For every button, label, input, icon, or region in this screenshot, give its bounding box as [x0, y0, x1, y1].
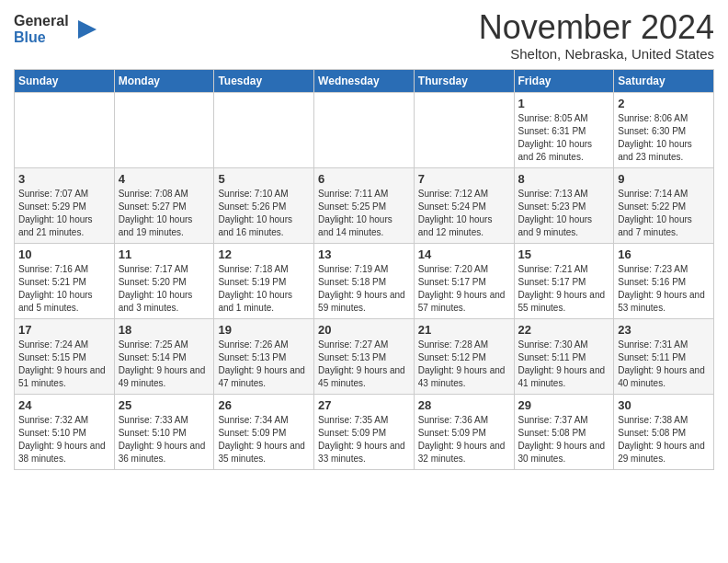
day-number: 6: [318, 172, 410, 186]
day-number: 3: [18, 172, 110, 186]
day-number: 1: [518, 97, 610, 110]
calendar-cell: 29Sunrise: 7:37 AM Sunset: 5:08 PM Dayli…: [514, 394, 614, 469]
month-title: November 2024: [479, 9, 714, 46]
calendar-cell: 15Sunrise: 7:21 AM Sunset: 5:17 PM Dayli…: [514, 243, 614, 318]
day-number: 21: [418, 323, 510, 337]
calendar-week-row: 3Sunrise: 7:07 AM Sunset: 5:29 PM Daylig…: [15, 167, 714, 243]
day-number: 27: [318, 398, 410, 412]
day-info: Sunrise: 8:06 AM Sunset: 6:30 PM Dayligh…: [618, 112, 710, 164]
day-number: 26: [218, 398, 310, 412]
day-number: 4: [119, 172, 210, 186]
calendar-cell: 21Sunrise: 7:28 AM Sunset: 5:12 PM Dayli…: [414, 318, 514, 394]
day-info: Sunrise: 7:21 AM Sunset: 5:17 PM Dayligh…: [518, 263, 610, 315]
calendar-cell: 6Sunrise: 7:11 AM Sunset: 5:25 PM Daylig…: [314, 167, 415, 243]
day-number: 5: [218, 172, 310, 186]
title-block: November 2024 Shelton, Nebraska, United …: [479, 9, 714, 62]
day-number: 8: [518, 172, 610, 186]
svg-marker-0: [78, 20, 97, 39]
logo-general-text: General: [14, 13, 69, 29]
calendar-cell: 16Sunrise: 7:23 AM Sunset: 5:16 PM Dayli…: [614, 243, 714, 318]
day-info: Sunrise: 7:30 AM Sunset: 5:11 PM Dayligh…: [518, 339, 610, 390]
calendar-week-row: 17Sunrise: 7:24 AM Sunset: 5:15 PM Dayli…: [15, 318, 714, 394]
column-header-sunday: Sunday: [15, 69, 115, 92]
day-number: 28: [418, 398, 510, 412]
day-number: 7: [418, 172, 510, 186]
calendar-cell: 24Sunrise: 7:32 AM Sunset: 5:10 PM Dayli…: [15, 394, 115, 469]
calendar-header-row: SundayMondayTuesdayWednesdayThursdayFrid…: [15, 69, 714, 92]
calendar-cell: 9Sunrise: 7:14 AM Sunset: 5:22 PM Daylig…: [614, 167, 714, 243]
logo: General Blue: [14, 13, 98, 45]
calendar-cell: 4Sunrise: 7:08 AM Sunset: 5:27 PM Daylig…: [114, 167, 214, 243]
day-info: Sunrise: 7:33 AM Sunset: 5:10 PM Dayligh…: [119, 414, 210, 465]
column-header-saturday: Saturday: [614, 69, 714, 92]
day-number: 12: [218, 247, 310, 261]
calendar-cell: 10Sunrise: 7:16 AM Sunset: 5:21 PM Dayli…: [15, 243, 115, 318]
calendar-cell: 5Sunrise: 7:10 AM Sunset: 5:26 PM Daylig…: [214, 167, 314, 243]
column-header-wednesday: Wednesday: [314, 69, 415, 92]
column-header-friday: Friday: [514, 69, 614, 92]
day-info: Sunrise: 7:18 AM Sunset: 5:19 PM Dayligh…: [218, 263, 310, 315]
calendar-cell: 18Sunrise: 7:25 AM Sunset: 5:14 PM Dayli…: [114, 318, 214, 394]
day-number: 2: [618, 97, 710, 110]
day-number: 11: [119, 247, 210, 261]
day-info: Sunrise: 7:37 AM Sunset: 5:08 PM Dayligh…: [518, 414, 610, 465]
day-info: Sunrise: 7:20 AM Sunset: 5:17 PM Dayligh…: [418, 263, 510, 315]
calendar-cell: [15, 92, 115, 167]
day-number: 19: [218, 323, 310, 337]
day-info: Sunrise: 7:26 AM Sunset: 5:13 PM Dayligh…: [218, 339, 310, 390]
calendar-cell: [414, 92, 514, 167]
logo-icon: [71, 16, 98, 43]
day-number: 22: [518, 323, 610, 337]
day-number: 23: [618, 323, 710, 337]
calendar-cell: 28Sunrise: 7:36 AM Sunset: 5:09 PM Dayli…: [414, 394, 514, 469]
calendar-cell: 26Sunrise: 7:34 AM Sunset: 5:09 PM Dayli…: [214, 394, 314, 469]
day-info: Sunrise: 7:28 AM Sunset: 5:12 PM Dayligh…: [418, 339, 510, 390]
day-info: Sunrise: 7:34 AM Sunset: 5:09 PM Dayligh…: [218, 414, 310, 465]
calendar-cell: 11Sunrise: 7:17 AM Sunset: 5:20 PM Dayli…: [114, 243, 214, 318]
calendar-cell: 23Sunrise: 7:31 AM Sunset: 5:11 PM Dayli…: [614, 318, 714, 394]
day-number: 29: [518, 398, 610, 412]
day-number: 16: [618, 247, 710, 261]
day-info: Sunrise: 7:23 AM Sunset: 5:16 PM Dayligh…: [618, 263, 710, 315]
day-info: Sunrise: 7:17 AM Sunset: 5:20 PM Dayligh…: [119, 263, 210, 315]
calendar-cell: 22Sunrise: 7:30 AM Sunset: 5:11 PM Dayli…: [514, 318, 614, 394]
calendar-cell: [214, 92, 314, 167]
calendar-cell: 8Sunrise: 7:13 AM Sunset: 5:23 PM Daylig…: [514, 167, 614, 243]
calendar-week-row: 10Sunrise: 7:16 AM Sunset: 5:21 PM Dayli…: [15, 243, 714, 318]
day-number: 9: [618, 172, 710, 186]
calendar-cell: [314, 92, 415, 167]
day-info: Sunrise: 7:13 AM Sunset: 5:23 PM Dayligh…: [518, 188, 610, 239]
column-header-thursday: Thursday: [414, 69, 514, 92]
day-number: 25: [119, 398, 210, 412]
day-number: 13: [318, 247, 410, 261]
day-number: 18: [119, 323, 210, 337]
day-info: Sunrise: 7:10 AM Sunset: 5:26 PM Dayligh…: [218, 188, 310, 239]
calendar-cell: 17Sunrise: 7:24 AM Sunset: 5:15 PM Dayli…: [15, 318, 115, 394]
calendar-cell: 30Sunrise: 7:38 AM Sunset: 5:08 PM Dayli…: [614, 394, 714, 469]
calendar-cell: 7Sunrise: 7:12 AM Sunset: 5:24 PM Daylig…: [414, 167, 514, 243]
day-info: Sunrise: 7:27 AM Sunset: 5:13 PM Dayligh…: [318, 339, 410, 390]
day-info: Sunrise: 7:31 AM Sunset: 5:11 PM Dayligh…: [618, 339, 710, 390]
day-number: 15: [518, 247, 610, 261]
day-info: Sunrise: 7:12 AM Sunset: 5:24 PM Dayligh…: [418, 188, 510, 239]
calendar-cell: 20Sunrise: 7:27 AM Sunset: 5:13 PM Dayli…: [314, 318, 415, 394]
day-info: Sunrise: 7:16 AM Sunset: 5:21 PM Dayligh…: [18, 263, 110, 315]
day-info: Sunrise: 7:25 AM Sunset: 5:14 PM Dayligh…: [119, 339, 210, 390]
day-info: Sunrise: 7:07 AM Sunset: 5:29 PM Dayligh…: [18, 188, 110, 239]
calendar-cell: 13Sunrise: 7:19 AM Sunset: 5:18 PM Dayli…: [314, 243, 415, 318]
day-info: Sunrise: 7:11 AM Sunset: 5:25 PM Dayligh…: [318, 188, 410, 239]
day-number: 30: [618, 398, 710, 412]
calendar-cell: 12Sunrise: 7:18 AM Sunset: 5:19 PM Dayli…: [214, 243, 314, 318]
day-info: Sunrise: 7:35 AM Sunset: 5:09 PM Dayligh…: [318, 414, 410, 465]
calendar-cell: 27Sunrise: 7:35 AM Sunset: 5:09 PM Dayli…: [314, 394, 415, 469]
calendar-cell: 3Sunrise: 7:07 AM Sunset: 5:29 PM Daylig…: [15, 167, 115, 243]
calendar-cell: 25Sunrise: 7:33 AM Sunset: 5:10 PM Dayli…: [114, 394, 214, 469]
calendar-cell: 19Sunrise: 7:26 AM Sunset: 5:13 PM Dayli…: [214, 318, 314, 394]
day-number: 10: [18, 247, 110, 261]
day-info: Sunrise: 7:36 AM Sunset: 5:09 PM Dayligh…: [418, 414, 510, 465]
day-number: 14: [418, 247, 510, 261]
calendar-cell: 2Sunrise: 8:06 AM Sunset: 6:30 PM Daylig…: [614, 92, 714, 167]
column-header-tuesday: Tuesday: [214, 69, 314, 92]
page-header: General Blue November 2024 Shelton, Nebr…: [14, 9, 714, 62]
day-info: Sunrise: 7:38 AM Sunset: 5:08 PM Dayligh…: [618, 414, 710, 465]
